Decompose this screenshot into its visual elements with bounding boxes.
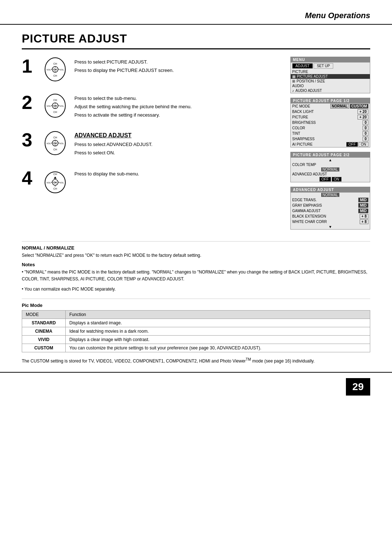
step-4-text: Press to display the sub-menu. (74, 169, 279, 179)
page-container: Menu Operations PICTURE ADJUST 1 CH OK (0, 0, 392, 555)
svg-text:VOL: VOL (46, 105, 51, 107)
step-4: 4 CH OK VOL VOL CH (22, 169, 279, 194)
pic-mode-cinema-desc: Ideal for watching movies in a dark room… (66, 327, 370, 335)
svg-marker-35 (54, 177, 57, 179)
grid-icon: ▦ (292, 74, 295, 78)
pic-mode-col1-header: MODE (22, 310, 66, 319)
page-title: PICTURE ADJUST (22, 32, 370, 49)
svg-text:VOL: VOL (60, 69, 64, 71)
step-4-content: CH OK VOL VOL CH Press to dis (44, 169, 279, 194)
svg-text:CH: CH (53, 187, 57, 190)
svg-text:CH: CH (53, 62, 57, 65)
menu-box-1: MENU ADJUST SET UP PICTURE ▦ PICTURE ADJ… (290, 57, 370, 93)
menu4-header: ADVANCED ADJUST (291, 187, 370, 193)
normal-normalize-heading: NORMAL / NORMALIZE (22, 245, 370, 251)
pic-mode-custom-mode: CUSTOM (22, 344, 66, 352)
svg-text:VOL: VOL (60, 142, 64, 145)
pic-mode-row-standard: STANDARD Displays a standard image. (22, 319, 370, 327)
menu4-down-arrow-row: ▼ (291, 224, 370, 229)
menu2-header: PICTURE ADJUST PAGE 1/2 (291, 98, 370, 104)
pic-mode-col2-header: Function (66, 310, 370, 319)
advanced-adjust-on: ON (332, 177, 342, 182)
normal-normalize-text: Select "NORMALIZE" and press "OK" to ret… (22, 252, 370, 259)
svg-text:OK: OK (53, 181, 57, 184)
plus-icon: ⊞ (292, 79, 295, 83)
pic-mode-normal-value: NORMAL (330, 104, 349, 109)
notes-section: NORMAL / NORMALIZE Select "NORMALIZE" an… (22, 241, 370, 293)
step-2-line-3: Press to activate the setting if necessa… (74, 112, 279, 119)
content-columns: 1 CH OK VOL VOL CH (22, 57, 370, 234)
svg-text:VOL: VOL (46, 69, 51, 71)
menu1-header: MENU (291, 57, 370, 62)
up-arrow-icon: ▲ (328, 158, 332, 162)
white-char-corr-value: + 8 (360, 219, 368, 224)
menu4-black-extension-row: BLACK EXTENSION + 8 (291, 214, 370, 219)
menu3-advanced-label-row: ADVANCED ADJUST (291, 172, 370, 177)
pic-mode-vivid-mode: VIVID (22, 335, 66, 344)
step-1-number: 1 (22, 57, 36, 76)
pic-mode-cinema-mode: CINEMA (22, 327, 66, 335)
pic-mode-custom-value: CUSTOM (350, 104, 368, 109)
notes-heading: Notes (22, 262, 370, 267)
pic-mode-standard-mode: STANDARD (22, 319, 66, 327)
step-2-content: CH OK VOL VOL CH Press to sel (44, 93, 279, 119)
black-extension-value: + 8 (360, 214, 368, 219)
pic-mode-row-cinema: CINEMA Ideal for watching movies in a da… (22, 327, 370, 335)
color-value: 0 (363, 126, 368, 130)
down-arrow-icon: ▼ (328, 225, 332, 229)
pic-mode-vivid-desc: Displays a clear image with high contras… (66, 335, 370, 344)
menu4-normal-row: NORMAL (291, 193, 370, 197)
menu4-edge-trans-row: EDGE TRANS. MID (291, 197, 370, 203)
step-2-line-1: Press to select the sub-menu. (74, 95, 279, 102)
back-light-value: + 20 (358, 109, 368, 114)
svg-text:VOL: VOL (46, 142, 51, 145)
note-icon: ♪ (292, 89, 294, 93)
header-title: Menu Operations (305, 11, 370, 20)
tint-value: 0 (363, 131, 368, 136)
menu2-ai-picture-row: AI PICTURE OFF ON (291, 142, 370, 147)
menu3-color-temp-row: COLOR TEMP (291, 162, 370, 167)
remote-icon-4: CH OK VOL VOL CH (44, 169, 67, 194)
menu-box-4: ADVANCED ADJUST NORMAL EDGE TRANS. MID G… (290, 187, 370, 230)
tab-setup: SET UP (314, 63, 333, 69)
svg-text:CH: CH (53, 99, 57, 101)
step-2-line-2: Adjust the setting watching the picture … (74, 103, 279, 111)
remote-icon-2: CH OK VOL VOL CH (44, 93, 67, 118)
step-1-line-2: Press to display the PICTURE ADJUST scre… (74, 67, 279, 74)
svg-text:CH: CH (53, 148, 57, 151)
notes-bullet-2: • You can normalize each PIC MODE separa… (22, 286, 370, 293)
advanced-adjust-toggle: OFF ON (319, 177, 342, 182)
menu-box-3: PICTURE ADJUST PAGE 2/2 ▲ COLOR TEMP NOR… (290, 152, 370, 182)
ai-picture-toggle: OFF ON (346, 142, 368, 147)
menu2-brightness-row: BRIGHTNESS 0 (291, 120, 370, 125)
menu2-picture-row: PICTURE + 20 (291, 114, 370, 120)
svg-text:CH: CH (53, 111, 57, 113)
tab-adjust: ADJUST (292, 63, 313, 69)
footer-text: The CUSTOM setting is stored for TV, VID… (22, 357, 370, 365)
advanced-adjust-off: OFF (319, 177, 331, 182)
menu1-tabs: ADJUST SET UP (291, 62, 370, 69)
menu1-row-picture-label: PICTURE (291, 69, 370, 74)
menu2-tint-row: TINT 0 (291, 131, 370, 136)
edge-trans-value: MID (358, 198, 368, 202)
svg-text:OK: OK (53, 68, 57, 71)
color-temp-normal-value: NORMAL (321, 167, 340, 171)
remote-icon-3: CH OK VOL VOL CH (44, 130, 67, 156)
menu3-header: PICTURE ADJUST PAGE 2/2 (291, 152, 370, 158)
menu1-row-audio-adjust: ♪ AUDIO ADJUST (291, 88, 370, 93)
menu4-white-char-corr-row: WHITE CHAR CORR + 8 (291, 219, 370, 224)
pic-mode-standard-desc: Displays a standard image. (66, 319, 370, 327)
ai-picture-on: ON (359, 142, 368, 147)
header-section: Menu Operations (0, 0, 392, 25)
page-number-section: 29 (0, 373, 392, 401)
menu1-row-audio-label: AUDIO (291, 84, 370, 88)
menu2-pic-mode-row: PIC MODE NORMAL CUSTOM (291, 104, 370, 109)
gray-emphasis-value: MID (358, 203, 368, 208)
remote-icon-1: CH OK VOL VOL CH (44, 57, 67, 82)
brightness-value: 0 (363, 120, 368, 125)
svg-text:OK: OK (53, 142, 57, 145)
advanced-heading: ADVANCED ADJUST (74, 132, 279, 139)
pic-mode-table: MODE Function STANDARD Displays a standa… (22, 310, 370, 352)
step-1-content: CH OK VOL VOL CH Press to sel (44, 57, 279, 82)
pic-mode-row-vivid: VIVID Displays a clear image with high c… (22, 335, 370, 344)
